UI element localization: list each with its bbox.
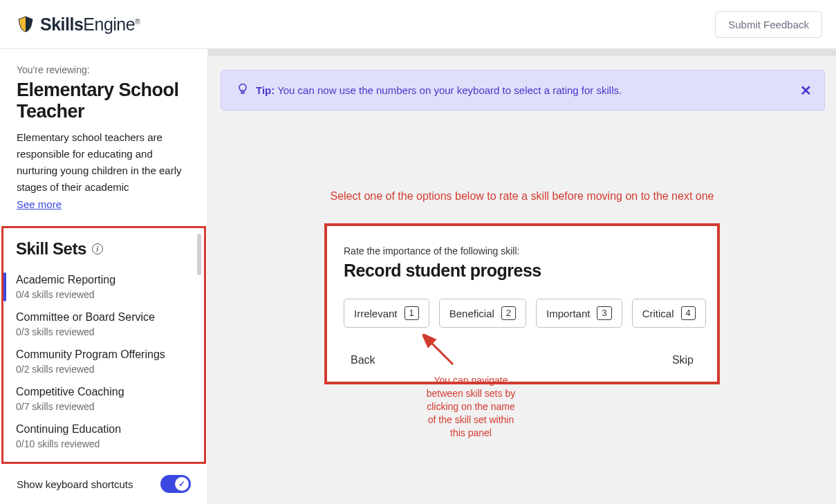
main-content: Tip: You can now use the numbers on your… <box>208 49 836 504</box>
svg-line-0 <box>429 341 453 364</box>
rating-option-important[interactable]: Important3 <box>536 299 622 328</box>
submit-feedback-button[interactable]: Submit Feedback <box>715 11 822 38</box>
validation-message: Select one of the options below to rate … <box>208 190 836 203</box>
brand-text: SkillsEngine® <box>40 15 140 35</box>
sidebar-item-skillset[interactable]: Community Program Offerings0/2 skills re… <box>16 344 192 382</box>
rating-option-label: Important <box>546 308 590 319</box>
rating-option-critical[interactable]: Critical4 <box>632 299 706 328</box>
skill-sets-panel: Skill Sets i Academic Reporting0/4 skill… <box>1 226 206 464</box>
tip-text: You can now use the numbers on your keyb… <box>277 84 622 96</box>
rating-option-beneficial[interactable]: Beneficial2 <box>439 299 526 328</box>
toggle-knob: ✓ <box>175 477 189 491</box>
scrollbar[interactable] <box>197 234 201 275</box>
check-icon: ✓ <box>178 479 185 489</box>
rate-prompt: Rate the importance of the following ski… <box>344 245 700 256</box>
skillset-name: Competitive Coaching <box>16 386 192 398</box>
lightbulb-icon <box>236 83 249 97</box>
keyboard-shortcuts-toggle[interactable]: ✓ <box>160 475 191 493</box>
sidebar-item-skillset[interactable]: Competitive Coaching0/7 skills reviewed <box>16 382 192 419</box>
progress-bar-track <box>208 49 836 56</box>
skillset-name: Academic Reporting <box>16 274 192 286</box>
keyboard-key-badge: 2 <box>501 306 516 320</box>
annotation-arrow-icon <box>422 334 457 368</box>
brand-logo: SkillsEngine® <box>17 15 140 35</box>
annotation-text: You can navigate between skill sets by c… <box>422 374 519 439</box>
skip-button[interactable]: Skip <box>672 354 694 366</box>
keyboard-key-badge: 3 <box>597 306 611 320</box>
skillset-progress: 0/3 skills reviewed <box>16 326 192 337</box>
reviewing-label: You're reviewing: <box>17 64 191 75</box>
job-title: Elementary School Teacher <box>17 80 191 122</box>
sidebar-item-skillset[interactable]: Continuing Education0/10 skills reviewed <box>16 419 192 456</box>
sidebar: You're reviewing: Elementary School Teac… <box>0 49 208 504</box>
tip-label: Tip: <box>256 84 275 96</box>
rating-option-label: Beneficial <box>449 308 494 319</box>
close-icon[interactable]: ✕ <box>800 82 812 99</box>
keyboard-key-badge: 4 <box>681 306 696 320</box>
skillset-name: Community Program Offerings <box>16 348 192 361</box>
keyboard-shortcuts-row: Show keyboard shortcuts ✓ <box>0 464 207 504</box>
info-icon[interactable]: i <box>92 243 103 254</box>
rating-option-label: Critical <box>642 308 674 319</box>
skill-sets-heading: Skill Sets i <box>16 239 192 259</box>
app-header: SkillsEngine® Submit Feedback <box>0 0 836 49</box>
keyboard-key-badge: 1 <box>405 306 419 320</box>
back-button[interactable]: Back <box>351 354 375 366</box>
sidebar-item-skillset[interactable]: Academic Reporting0/4 skills reviewed <box>16 270 192 307</box>
rating-option-label: Irrelevant <box>354 308 398 319</box>
rating-option-irrelevant[interactable]: Irrelevant1 <box>344 299 429 328</box>
skillset-name: Committee or Board Service <box>16 311 192 324</box>
keyboard-shortcuts-label: Show keyboard shortcuts <box>17 478 133 490</box>
shield-icon <box>17 15 35 33</box>
skillset-progress: 0/10 skills reviewed <box>16 438 192 449</box>
current-skill-title: Record student progress <box>344 261 700 281</box>
skillset-progress: 0/7 skills reviewed <box>16 401 192 412</box>
tip-banner: Tip: You can now use the numbers on your… <box>221 70 825 111</box>
job-description: Elementary school teachers are responsib… <box>17 129 191 196</box>
rating-card: Rate the importance of the following ski… <box>324 223 720 384</box>
skillset-name: Continuing Education <box>16 423 192 436</box>
sidebar-item-skillset[interactable]: Committee or Board Service0/3 skills rev… <box>16 307 192 344</box>
skillset-progress: 0/2 skills reviewed <box>16 364 192 375</box>
see-more-link[interactable]: See more <box>17 198 62 210</box>
skillset-progress: 0/4 skills reviewed <box>16 289 192 300</box>
